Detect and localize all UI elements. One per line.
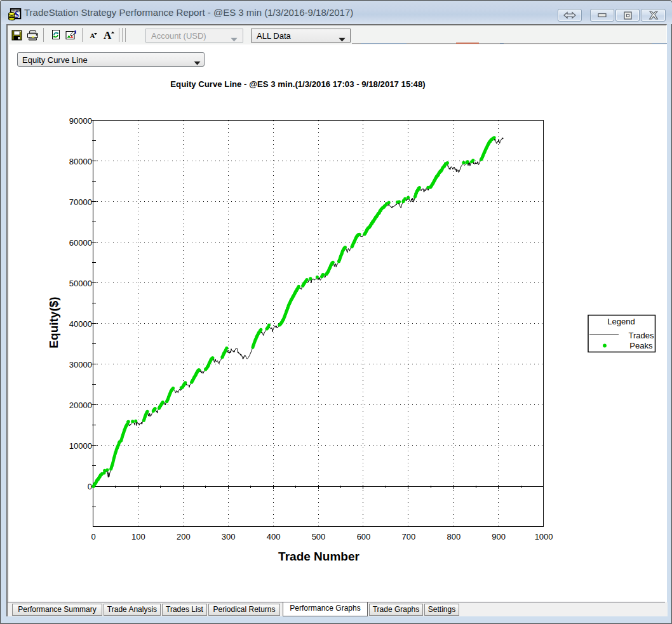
svg-text:$: $ bbox=[15, 10, 19, 20]
svg-text:A: A bbox=[104, 29, 112, 40]
svg-text:A: A bbox=[90, 32, 95, 39]
